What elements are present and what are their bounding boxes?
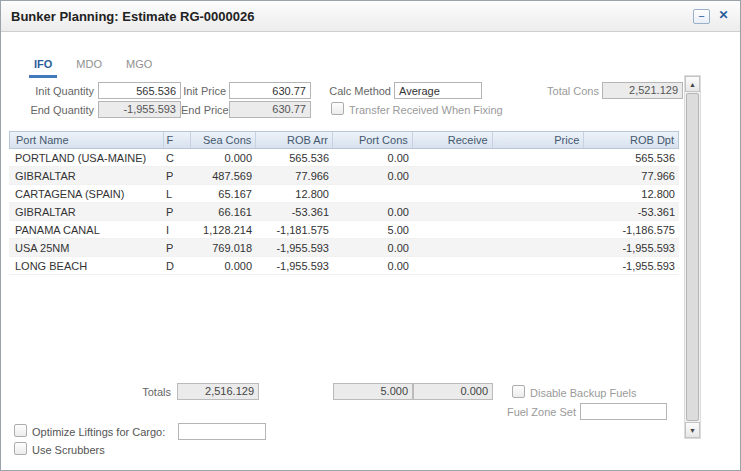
close-icon[interactable]: ✕ xyxy=(715,9,732,24)
table-body: PORTLAND (USA-MAINE)C0.000565.5360.00565… xyxy=(9,149,679,275)
total-cons-field: 2,521.129 xyxy=(602,82,683,99)
table-row[interactable]: GIBRALTARP487.56977.9660.0077.966 xyxy=(9,167,679,185)
use-scrubbers-label: Use Scrubbers xyxy=(32,444,105,456)
table-cell xyxy=(413,185,493,202)
minimize-icon[interactable]: − xyxy=(693,9,710,24)
table-cell: P xyxy=(163,203,191,220)
table-cell xyxy=(493,149,585,166)
table-cell: 0.000 xyxy=(191,257,256,274)
bunker-table: Port NameFSea ConsROB ArrPort ConsReceiv… xyxy=(9,131,679,275)
scrollbar-thumb[interactable] xyxy=(686,93,699,421)
table-cell: -1,955.593 xyxy=(585,257,679,274)
table-row[interactable]: PANAMA CANALI1,128.214-1,181.5755.00-1,1… xyxy=(9,221,679,239)
end-price-label: End Price xyxy=(181,104,226,116)
table-cell: 65.167 xyxy=(191,185,256,202)
table-cell: GIBRALTAR xyxy=(9,167,163,184)
table-row[interactable]: LONG BEACHD0.000-1,955.5930.00-1,955.593 xyxy=(9,257,679,275)
table-cell: I xyxy=(163,221,191,238)
optimize-liftings-checkbox[interactable] xyxy=(14,424,27,437)
table-cell: 77.966 xyxy=(256,167,333,184)
table-cell: 0.00 xyxy=(333,149,413,166)
fuel-tabs: IFO MDO MGO xyxy=(29,58,157,78)
end-quantity-field: -1,955.593 xyxy=(98,101,181,118)
init-quantity-field[interactable] xyxy=(98,82,181,99)
column-header-receive[interactable]: Receive xyxy=(413,132,493,148)
use-scrubbers-checkbox[interactable] xyxy=(14,442,27,455)
table-cell xyxy=(413,239,493,256)
table-cell: -1,186.575 xyxy=(585,221,679,238)
table-cell: C xyxy=(163,149,191,166)
table-cell: 77.966 xyxy=(585,167,679,184)
table-row[interactable]: GIBRALTARP66.161-53.3610.00-53.361 xyxy=(9,203,679,221)
init-price-field[interactable] xyxy=(229,82,311,99)
table-cell: -53.361 xyxy=(256,203,333,220)
table-cell: P xyxy=(163,239,191,256)
total-cons-label: Total Cons xyxy=(519,85,599,97)
fuel-zone-set-input[interactable] xyxy=(580,403,667,420)
table-cell: D xyxy=(163,257,191,274)
column-header-f[interactable]: F xyxy=(164,132,192,148)
table-cell xyxy=(413,149,493,166)
table-cell: P xyxy=(163,167,191,184)
vertical-scrollbar[interactable]: ▲ ▼ xyxy=(684,75,701,439)
tab-mdo[interactable]: MDO xyxy=(71,58,107,78)
table-cell: 12.800 xyxy=(256,185,333,202)
table-cell xyxy=(493,257,585,274)
table-cell: 769.018 xyxy=(191,239,256,256)
table-cell: GIBRALTAR xyxy=(9,203,163,220)
table-cell: L xyxy=(163,185,191,202)
scroll-down-icon[interactable]: ▼ xyxy=(685,422,700,438)
table-header: Port NameFSea ConsROB ArrPort ConsReceiv… xyxy=(9,131,679,149)
table-cell: PORTLAND (USA-MAINE) xyxy=(9,149,163,166)
table-cell xyxy=(493,185,585,202)
table-cell: 0.00 xyxy=(333,257,413,274)
table-cell: 0.00 xyxy=(333,203,413,220)
table-cell: -1,181.575 xyxy=(256,221,333,238)
column-header-rob-arr[interactable]: ROB Arr xyxy=(256,132,333,148)
scroll-up-icon[interactable]: ▲ xyxy=(685,76,700,92)
calc-method-select[interactable] xyxy=(394,82,482,99)
column-header-price[interactable]: Price xyxy=(493,132,585,148)
init-price-label: Init Price xyxy=(181,85,226,97)
table-cell: 565.536 xyxy=(256,149,333,166)
table-cell: USA 25NM xyxy=(9,239,163,256)
table-cell: 565.536 xyxy=(585,149,679,166)
bunker-planning-window: Bunker Planning: Estimate RG-0000026 − ✕… xyxy=(0,0,741,471)
table-cell xyxy=(413,167,493,184)
table-cell xyxy=(413,221,493,238)
optimize-liftings-input[interactable] xyxy=(178,423,266,440)
calc-method-label: Calc Method xyxy=(313,85,391,97)
totals-receive: 0.000 xyxy=(413,383,493,400)
column-header-rob-dpt[interactable]: ROB Dpt xyxy=(584,132,678,148)
table-row[interactable]: CARTAGENA (SPAIN)L65.16712.80012.800 xyxy=(9,185,679,203)
disable-backup-fuels-checkbox[interactable] xyxy=(512,385,525,398)
table-cell: PANAMA CANAL xyxy=(9,221,163,238)
column-header-port-cons[interactable]: Port Cons xyxy=(333,132,413,148)
window-controls: − ✕ xyxy=(693,9,732,24)
end-price-field: 630.77 xyxy=(229,101,311,118)
table-cell: LONG BEACH xyxy=(9,257,163,274)
column-header-sea-cons[interactable]: Sea Cons xyxy=(191,132,256,148)
tab-ifo[interactable]: IFO xyxy=(29,58,57,78)
disable-backup-fuels-label: Disable Backup Fuels xyxy=(530,387,636,399)
transfer-received-label: Transfer Received When Fixing xyxy=(349,104,503,116)
end-quantity-label: End Quantity xyxy=(7,104,94,116)
table-cell: -1,955.593 xyxy=(256,257,333,274)
transfer-received-checkbox[interactable] xyxy=(331,102,344,115)
fuel-zone-set-label: Fuel Zone Set xyxy=(494,406,576,418)
totals-port-cons: 5.000 xyxy=(333,383,413,400)
tab-mgo[interactable]: MGO xyxy=(121,58,157,78)
column-header-port-name[interactable]: Port Name xyxy=(10,132,164,148)
totals-label: Totals xyxy=(59,386,171,398)
table-cell: 1,128.214 xyxy=(191,221,256,238)
table-cell: -1,955.593 xyxy=(256,239,333,256)
table-cell xyxy=(413,257,493,274)
table-cell: 487.569 xyxy=(191,167,256,184)
window-title: Bunker Planning: Estimate RG-0000026 xyxy=(11,1,254,32)
table-cell xyxy=(493,221,585,238)
optimize-liftings-label: Optimize Liftings for Cargo: xyxy=(32,426,165,438)
table-row[interactable]: USA 25NMP769.018-1,955.5930.00-1,955.593 xyxy=(9,239,679,257)
table-row[interactable]: PORTLAND (USA-MAINE)C0.000565.5360.00565… xyxy=(9,149,679,167)
table-cell xyxy=(493,203,585,220)
table-cell: -53.361 xyxy=(585,203,679,220)
